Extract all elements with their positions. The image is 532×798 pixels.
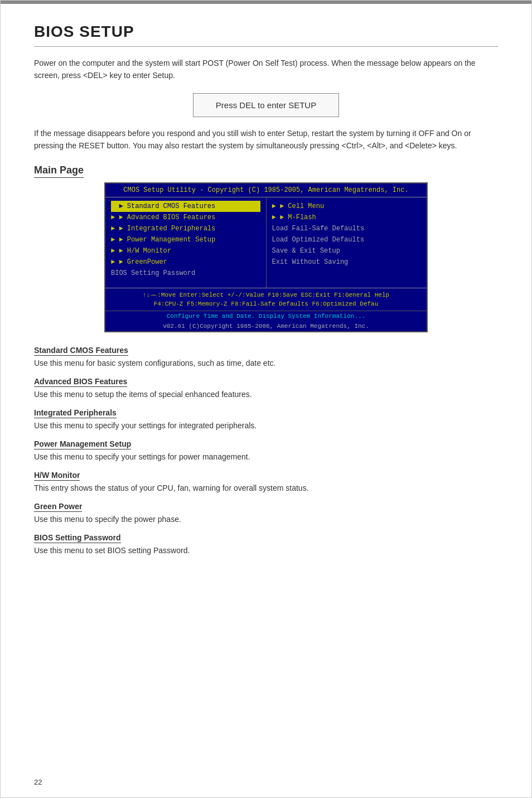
- menu-section-desc-1: Use this menu to setup the items of spec…: [34, 389, 498, 400]
- bios-right-item-3[interactable]: Load Optimized Defaults: [272, 234, 422, 245]
- menu-section-title-4: H/W Monitor: [34, 471, 80, 481]
- menu-descriptions: Standard CMOS FeaturesUse this menu for …: [34, 346, 498, 557]
- menu-section-5: Green PowerUse this menu to specify the …: [34, 502, 498, 525]
- bios-left-item-2[interactable]: ► Integrated Peripherals: [111, 223, 260, 234]
- menu-section-desc-4: This entry shows the status of your CPU,…: [34, 482, 498, 494]
- press-del-box: Press DEL to enter SETUP: [149, 93, 383, 117]
- bios-right-item-5[interactable]: Exit Without Saving: [272, 257, 422, 268]
- bios-screen: CMOS Setup Utility - Copyright (C) 1985-…: [104, 182, 428, 332]
- menu-section-desc-6: Use this menu to set BIOS setting Passwo…: [34, 545, 498, 557]
- press-del-message: Press DEL to enter SETUP: [193, 93, 339, 117]
- menu-section-desc-2: Use this menu to specify your settings f…: [34, 420, 498, 432]
- bios-right-item-0[interactable]: ► Cell Menu: [272, 201, 422, 212]
- menu-section-title-5: Green Power: [34, 502, 82, 512]
- menu-section-3: Power Management SetupUse this menu to s…: [34, 439, 498, 463]
- menu-section-title-2: Integrated Peripherals: [34, 408, 117, 418]
- bios-left-item-3[interactable]: ► Power Management Setup: [111, 234, 260, 245]
- bios-right-item-2[interactable]: Load Fail-Safe Defaults: [272, 223, 422, 234]
- page-number: 22: [34, 778, 42, 786]
- bios-right-menu: ► Cell Menu► M-Flash Load Fail-Safe Defa…: [267, 197, 427, 288]
- bios-right-item-4[interactable]: Save & Exit Setup: [272, 245, 422, 257]
- menu-section-6: BIOS Setting PasswordUse this menu to se…: [34, 533, 498, 557]
- menu-section-title-0: Standard CMOS Features: [34, 346, 128, 356]
- bios-footer: ↑↓→←:Move Enter:Select +/-/:Value F10:Sa…: [105, 288, 427, 311]
- bios-content: ► Standard CMOS Features► Advanced BIOS …: [105, 197, 427, 288]
- menu-section-title-3: Power Management Setup: [34, 439, 131, 449]
- bios-footer-line2: F4:CPU-Z F5:Memory-Z F8:Fail-Safe Defaul…: [110, 299, 422, 308]
- menu-section-1: Advanced BIOS FeaturesUse this menu to s…: [34, 377, 498, 400]
- bios-right-item-1[interactable]: ► M-Flash: [272, 212, 422, 223]
- bios-footer-line1: ↑↓→←:Move Enter:Select +/-/:Value F10:Sa…: [110, 291, 422, 299]
- menu-section-desc-5: Use this menu to specify the power phase…: [34, 514, 498, 525]
- menu-section-desc-0: Use this menu for basic system configura…: [34, 357, 498, 369]
- menu-section-2: Integrated PeripheralsUse this menu to s…: [34, 408, 498, 432]
- menu-section-title-6: BIOS Setting Password: [34, 533, 121, 543]
- menu-section-desc-3: Use this menu to specify your settings f…: [34, 451, 498, 463]
- menu-section-0: Standard CMOS FeaturesUse this menu for …: [34, 346, 498, 369]
- bios-left-item-4[interactable]: ► H/W Monitor: [111, 245, 260, 257]
- after-del-paragraph: If the message disappears before you res…: [34, 127, 498, 152]
- bios-version-line: v02.61 (C)Copyright 1985-2006, American …: [105, 321, 427, 331]
- bios-left-item-6[interactable]: BIOS Setting Password: [111, 268, 260, 279]
- title-divider: [34, 46, 498, 47]
- bios-left-menu: ► Standard CMOS Features► Advanced BIOS …: [105, 197, 267, 288]
- top-border: [1, 1, 531, 4]
- bios-left-item-0[interactable]: ► Standard CMOS Features: [111, 201, 260, 212]
- main-page-heading: Main Page: [34, 165, 84, 178]
- page-title: BIOS SETUP: [34, 23, 498, 41]
- intro-paragraph: Power on the computer and the system wil…: [34, 57, 498, 82]
- bios-left-item-5[interactable]: ► GreenPower: [111, 257, 260, 268]
- menu-section-title-1: Advanced BIOS Features: [34, 377, 127, 387]
- page: BIOS SETUP Power on the computer and the…: [0, 0, 532, 798]
- bios-status-line: Configure Time and Date. Display System …: [105, 311, 427, 321]
- bios-header: CMOS Setup Utility - Copyright (C) 1985-…: [105, 183, 427, 197]
- menu-section-4: H/W MonitorThis entry shows the status o…: [34, 471, 498, 494]
- bios-left-item-1[interactable]: ► Advanced BIOS Features: [111, 212, 260, 223]
